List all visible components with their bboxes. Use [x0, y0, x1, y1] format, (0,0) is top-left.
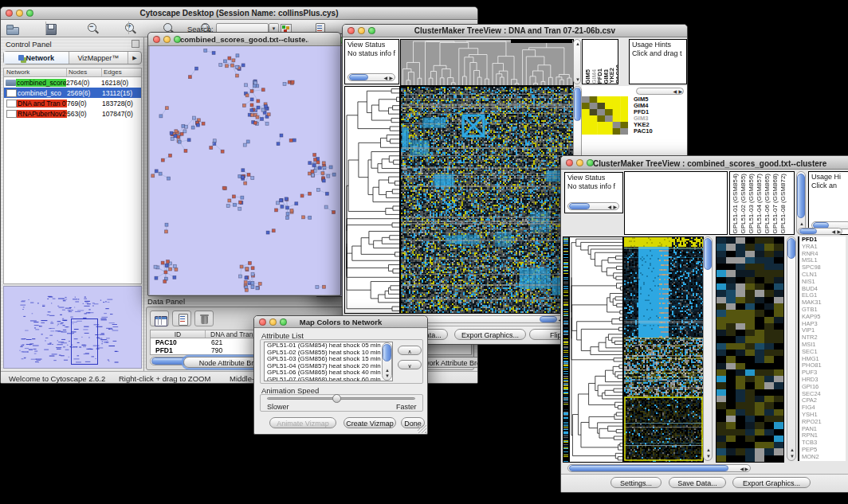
tv1-header-vscrollbar[interactable]: ▲ ▼ [573, 39, 581, 84]
tv2-gene-vscrollbar[interactable]: ▲ ▼ [787, 236, 796, 461]
move-down-button[interactable]: ∨ [398, 360, 422, 369]
tv1-global-heatmap[interactable] [400, 86, 574, 314]
scrollbar-thumb[interactable] [569, 465, 728, 471]
header-network[interactable]: Network [4, 68, 66, 76]
delete-attribute-button[interactable] [194, 311, 214, 326]
tv1-zoom-heatmap[interactable] [582, 96, 628, 135]
scroll-right-icon[interactable]: ▶ [389, 76, 393, 80]
scroll-left-icon[interactable]: ◀ [383, 76, 387, 80]
tv2-column-tree-area[interactable] [624, 171, 728, 235]
export-graphics-button[interactable]: Export Graphics... [454, 329, 526, 340]
column-label[interactable]: GIM5 [584, 69, 591, 84]
close-icon[interactable] [6, 10, 13, 17]
scroll-up-icon[interactable]: ▲ [799, 221, 804, 226]
tv1-row-dendrogram[interactable] [344, 86, 400, 314]
tv2-labels-vscrollbar[interactable]: ▲ ▼ [796, 171, 806, 235]
network-list-row[interactable]: RNAPuberNov2+ 563(0) 107847(0) [4, 108, 141, 119]
attribute-list-vscrollbar[interactable]: ▲ ▼ [382, 342, 392, 381]
attribute-list[interactable]: GPL51-01 (GSM854) heat shock 05 minGPL51… [264, 342, 393, 381]
scroll-up-icon[interactable]: ▲ [575, 41, 580, 46]
scroll-left-icon[interactable]: ◀ [740, 467, 744, 471]
minimize-icon[interactable] [16, 10, 23, 17]
column-label[interactable]: PFD1 [596, 68, 603, 84]
column-label[interactable]: GPL51-01 (GSM854) [732, 174, 740, 234]
scroll-down-icon[interactable]: ▼ [706, 454, 711, 459]
network-view-title-bar[interactable]: combined_scores_good.txt--cluste... [148, 33, 340, 46]
create-attribute-button[interactable] [172, 311, 191, 326]
speed-slider-track[interactable] [267, 397, 415, 400]
minimize-icon[interactable] [163, 36, 171, 43]
column-label[interactable]: GIM4 [591, 69, 597, 84]
scroll-right-icon[interactable]: ▶ [678, 89, 682, 94]
close-icon[interactable] [347, 27, 355, 34]
main-title-bar[interactable]: Cytoscape Desktop (Session Name: collins… [1, 7, 477, 20]
scrollbar-thumb[interactable] [569, 203, 590, 209]
column-label[interactable]: GPL51-02 (GSM855) [740, 174, 748, 234]
tab-vizmapper[interactable]: VizMapper™ [69, 52, 128, 64]
tv2-zoom-heatmap[interactable] [716, 236, 784, 463]
column-label[interactable]: GPL51-08 (GSM872) [779, 174, 787, 234]
minimize-icon[interactable] [576, 159, 583, 166]
minimize-icon[interactable] [269, 318, 277, 326]
column-label[interactable]: GPL51-04 (GSM857) [756, 174, 764, 234]
tv2-global-strip[interactable] [563, 236, 569, 463]
move-up-button[interactable]: ∧ [398, 346, 422, 355]
column-label[interactable]: GIM3 [603, 69, 609, 84]
float-panel-icon[interactable] [132, 40, 139, 48]
scroll-left-icon[interactable]: ◀ [831, 229, 835, 234]
header-edges[interactable]: Edges [101, 68, 141, 76]
export-graphics-button[interactable]: Export Graphics... [732, 477, 811, 488]
scroll-up-icon[interactable]: ▲ [706, 447, 711, 452]
scroll-left-icon[interactable]: ◀ [673, 89, 677, 94]
save-session-icon[interactable] [44, 22, 58, 35]
minimize-icon[interactable] [358, 27, 365, 34]
network-list-row[interactable]: combined_sco 2569(6) 13112(15) [4, 88, 141, 98]
resize-grip[interactable] [418, 424, 426, 433]
create-vizmap-button[interactable]: Create Vizmap [344, 417, 396, 428]
close-icon[interactable] [153, 36, 160, 43]
animate-vizmap-button[interactable]: Animate Vizmap [269, 417, 336, 428]
scrollbar-thumb[interactable] [797, 174, 805, 218]
close-icon[interactable] [259, 318, 266, 326]
network-list-row[interactable]: DNA and Tran 07 769(0) 183728(0) [4, 98, 141, 108]
scroll-right-icon[interactable]: ▶ [744, 467, 748, 471]
overview-viewport-rect[interactable] [71, 318, 98, 365]
column-label[interactable]: GPL51-03 (GSM856) [748, 174, 756, 234]
tv1-zoom-hscrollbar[interactable]: ◀ ▶ [636, 88, 684, 95]
tab-overflow-button[interactable]: ▶ [128, 52, 141, 64]
tv2-gene-hscrollbar[interactable]: ◀ ▶ [798, 228, 842, 235]
header-nodes[interactable]: Nodes [66, 68, 101, 76]
scroll-up-icon[interactable]: ▲ [790, 447, 795, 452]
zoom-in-icon[interactable]: + [124, 22, 138, 35]
scroll-left-icon[interactable]: ◀ [607, 205, 611, 209]
scrollbar-thumb[interactable] [787, 238, 795, 259]
select-attributes-button[interactable] [150, 311, 169, 326]
row-label[interactable]: PAC10 [632, 128, 667, 135]
tv2-bottom-hscrollbar[interactable]: ◀ ▶ [567, 464, 751, 472]
tv2-global-heatmap[interactable] [623, 236, 704, 463]
view-status-hscrollbar[interactable]: ◀ ▶ [347, 73, 395, 81]
speed-slider-thumb[interactable] [332, 394, 341, 403]
scroll-down-icon[interactable]: ▼ [790, 454, 795, 459]
dialog-title-bar[interactable]: Map Colors to Network [254, 316, 427, 328]
scroll-up-icon[interactable]: ▲ [385, 368, 390, 373]
save-data-button[interactable]: Save Data... [669, 477, 726, 488]
column-label[interactable]: GPL51-07 (GSM868) [771, 174, 779, 234]
tv1-column-dendrogram[interactable] [400, 39, 574, 86]
tv2-row-dendrogram[interactable] [569, 236, 623, 463]
treeview1-title-bar[interactable]: ClusterMaker TreeView : DNA and Tran 07-… [343, 25, 687, 37]
settings-button[interactable]: Settings... [610, 477, 662, 488]
column-label[interactable]: YKE2 [608, 68, 614, 84]
scrollbar-thumb[interactable] [799, 229, 817, 234]
network-canvas[interactable] [150, 46, 340, 295]
scrollbar-thumb[interactable] [349, 74, 368, 80]
scroll-right-icon[interactable]: ▶ [613, 205, 617, 209]
network-list-row[interactable]: combined_scores 2764(0) 16218(0) [4, 77, 141, 88]
scrollbar-thumb[interactable] [540, 316, 557, 322]
close-icon[interactable] [566, 159, 573, 166]
zoom-out-icon[interactable]: − [86, 22, 100, 35]
gene-label[interactable]: MON2 [799, 454, 846, 461]
scrollbar-thumb[interactable] [704, 238, 712, 270]
scrollbar-thumb[interactable] [574, 88, 581, 121]
scroll-right-icon[interactable]: ▶ [837, 229, 841, 234]
